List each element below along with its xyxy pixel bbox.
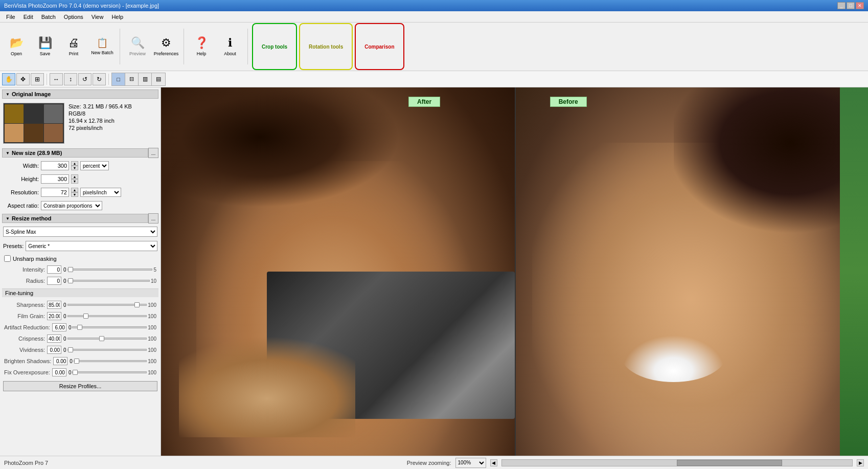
sub-separator-2 [108,74,109,85]
unit-select[interactable]: percent pixels inches cm [80,161,109,170]
rotate-cw-button[interactable]: ↻ [93,73,106,85]
original-image-header[interactable]: ▼ Original Image [2,90,158,99]
resize-method-select[interactable]: S-Spline Max S-Spline Lanczos [3,227,157,237]
overexposure-track[interactable] [72,371,147,373]
res-up-button[interactable]: ▲ [71,188,78,192]
move-tool-button[interactable]: ✥ [16,73,30,85]
preferences-button[interactable]: ⚙ Preferences [153,26,179,67]
scroll-right-button[interactable]: ▶ [857,459,864,466]
view-mode-group: □ ⊟ ▥ ▤ [111,73,166,86]
view-split-h-button[interactable]: ▤ [152,73,165,85]
artifact-track[interactable] [72,326,147,328]
intensity-track[interactable] [67,269,153,271]
thumbnail [3,103,64,144]
presets-select[interactable]: Generic * [26,241,157,251]
maximize-button[interactable]: □ [847,2,855,9]
brighten-thumb[interactable] [74,359,79,364]
close-button[interactable]: ✕ [856,2,864,9]
radius-input[interactable] [47,277,61,285]
after-preview [161,87,515,456]
width-down-button[interactable]: ▼ [71,166,78,170]
menu-help[interactable]: Help [107,13,127,21]
width-input[interactable] [41,161,69,170]
artifact-input[interactable] [52,323,66,331]
radius-label: Radius: [4,278,45,284]
intensity-input[interactable] [47,265,61,274]
height-input[interactable] [41,174,69,184]
print-button[interactable]: 🖨 Print [60,26,87,67]
thumb-1 [5,104,24,123]
resolution-unit-select[interactable]: pixels/inch pixels/cm [80,188,121,197]
unsharp-checkbox[interactable] [4,255,11,262]
open-button[interactable]: 📂 Open [3,26,30,67]
intensity-thumb[interactable] [68,267,73,272]
radius-thumb[interactable] [68,278,73,283]
vividness-track[interactable] [67,349,147,351]
scroll-left-button[interactable]: ◀ [490,459,497,466]
menu-options[interactable]: Options [60,13,87,21]
overexposure-min: 0 [68,370,72,375]
sharpness-track[interactable] [67,304,147,306]
res-down-button[interactable]: ▼ [71,192,78,197]
resolution-disp: 72 pixels/inch [68,125,103,131]
comparison-label[interactable]: Comparison [359,26,400,67]
about-button[interactable]: ℹ About [217,26,243,67]
menu-file[interactable]: File [2,13,19,21]
preview-button[interactable]: 🔍 Preview [124,26,151,67]
menu-batch[interactable]: Batch [37,13,60,21]
vividness-thumb[interactable] [68,347,73,352]
film-grain-track[interactable] [67,315,147,317]
aspect-ratio-select[interactable]: Constrain proportions Free Custom [41,201,102,210]
radius-min: 0 [63,278,66,284]
crop-tools-label[interactable]: Crop tools [256,26,293,67]
resize-method-more-button[interactable]: ... [148,213,158,224]
scrollbar-track[interactable] [501,459,853,466]
vividness-input[interactable] [47,346,61,354]
save-button[interactable]: 💾 Save [32,26,58,67]
dimensions: 16.94 x 12.78 inch [68,118,115,124]
brighten-track[interactable] [74,360,147,362]
radius-track[interactable] [67,280,150,282]
crispness-track[interactable] [67,338,147,340]
resize-method-header[interactable]: ▼ Resize method [2,214,148,223]
flip-v-button[interactable]: ↕ [64,73,77,85]
film-grain-input[interactable] [47,312,61,320]
film-grain-thumb[interactable] [83,314,88,319]
width-up-button[interactable]: ▲ [71,161,78,166]
menu-edit[interactable]: Edit [19,13,37,21]
resolution-input[interactable] [41,188,69,197]
rotate-ccw-button[interactable]: ↺ [78,73,92,85]
zoom-select[interactable]: 25% 50% 75% 100% 150% 200% [455,458,486,468]
height-down-button[interactable]: ▼ [71,179,78,184]
new-size-header[interactable]: ▼ New size (28.9 MB) [2,148,148,158]
crispness-thumb[interactable] [99,336,104,341]
crop-tool-button[interactable]: ⊞ [31,73,44,85]
crop-tools-group: Crop tools [252,23,297,70]
new-size-more-button[interactable]: ... [148,148,158,158]
view-single-button[interactable]: □ [112,73,125,85]
overexposure-input[interactable] [52,368,66,376]
flip-h-button[interactable]: ↔ [50,73,63,85]
sharpness-input[interactable] [47,301,61,309]
left-panel: ▼ Original Image Size: 3.21 MB / 965.4 K… [0,87,161,456]
minimize-button[interactable]: _ [837,2,846,9]
overexposure-thumb[interactable] [73,370,78,375]
new-batch-button[interactable]: 📋 New Batch [89,26,116,67]
crispness-row: Crispness: 0 100 [2,334,158,343]
help-button[interactable]: ❓ Help [188,26,215,67]
presets-row: Presets: Generic * [2,240,158,252]
resize-profiles-button[interactable]: Resize Profiles... [3,381,157,391]
height-up-button[interactable]: ▲ [71,174,78,179]
view-split-v-button[interactable]: ▥ [139,73,152,85]
overexposure-label: Fix Overexposure: [4,369,50,375]
sharpness-thumb[interactable] [134,302,140,307]
crispness-input[interactable] [47,334,61,343]
view-side-zoom-button[interactable]: ⊟ [125,73,139,85]
rotation-tools-label[interactable]: Rotation tools [303,26,349,67]
menu-view[interactable]: View [87,13,108,21]
sub-separator-1 [47,74,47,85]
artifact-slider-container: 0 100 [68,325,156,330]
hand-tool-button[interactable]: ✋ [2,73,15,85]
brighten-input[interactable] [53,357,67,365]
artifact-thumb[interactable] [77,325,82,330]
